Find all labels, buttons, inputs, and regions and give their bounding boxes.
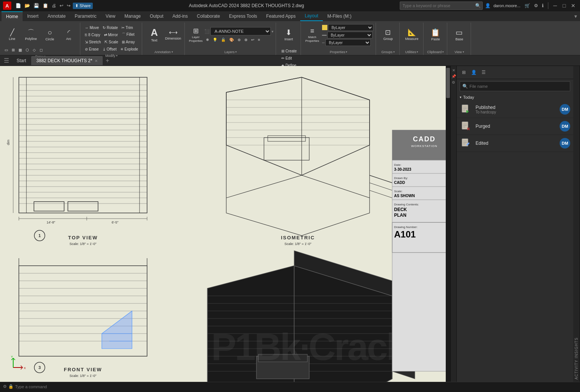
create-block-btn[interactable]: ⊞ Create <box>280 47 298 54</box>
tab-drawing[interactable]: 3882 DECK THOUGHTS 2* ✕ <box>31 56 103 65</box>
edit-block-btn[interactable]: ✏ Edit <box>280 55 298 61</box>
boundary-button[interactable]: ⬡ <box>24 46 31 53</box>
search-icon[interactable]: 🔍 <box>475 3 481 8</box>
dimension-button[interactable]: ⟷ Dimension <box>164 24 182 46</box>
canvas-area[interactable]: 14'-8" 6'-5" dim 1 TOP VIEW Scale: 1/8" … <box>0 66 450 382</box>
tab-parametric[interactable]: Parametric <box>70 11 101 21</box>
paste-button[interactable]: 📋 Paste <box>427 24 445 46</box>
rotate-button[interactable]: ↻ Rotate <box>101 24 119 31</box>
layer-prev-btn[interactable]: ↩ <box>250 36 256 43</box>
scale-button[interactable]: ⇱ Scale <box>103 38 120 45</box>
panel-section-today[interactable]: ▾ Today <box>457 93 573 101</box>
group-button[interactable]: ⊡ Group <box>379 24 397 46</box>
utilities-dropdown-icon[interactable]: ▾ <box>417 51 418 54</box>
undo-icon[interactable]: ↩ <box>58 2 64 9</box>
activity-item-purged[interactable]: Purged DM <box>457 118 573 135</box>
layer-lock-btn[interactable]: 🔓 <box>219 36 227 43</box>
tab-annotate[interactable]: Annotate <box>43 11 70 21</box>
command-input[interactable] <box>15 384 577 389</box>
layer-select[interactable]: A-ANNO-NOTE <box>210 27 271 35</box>
activity-item-published[interactable]: Published To hardcopy DM <box>457 101 573 118</box>
minimize-button[interactable]: ─ <box>551 2 559 9</box>
close-tab-icon[interactable]: ✕ <box>95 59 98 63</box>
search-input[interactable] <box>400 2 483 10</box>
tab-featured[interactable]: Featured Apps <box>262 11 300 21</box>
text-button[interactable]: A Text <box>145 24 163 46</box>
tab-addins[interactable]: Add-ins <box>168 11 192 21</box>
panel-close-btn[interactable]: ✕ <box>451 67 456 73</box>
fillet-button[interactable]: ⌒ Fillet <box>120 31 136 38</box>
layer-off-btn[interactable]: 💡 <box>211 36 219 43</box>
properties-dropdown-icon[interactable]: ▾ <box>346 51 347 54</box>
offset-button[interactable]: ⤓ Offset <box>101 46 118 52</box>
tab-view[interactable]: View <box>101 11 120 21</box>
layers-dropdown-icon[interactable]: ▾ <box>235 51 237 54</box>
wipeout-button[interactable]: ◻ <box>38 46 44 53</box>
user-icon[interactable]: 👤 <box>484 2 492 9</box>
close-button[interactable]: ✕ <box>569 2 577 9</box>
region-button[interactable]: ◇ <box>31 46 37 53</box>
layer-color-btn[interactable]: 🎨 <box>228 36 235 43</box>
modify-dropdown-icon[interactable]: ▾ <box>116 54 118 57</box>
add-tab-button[interactable]: + <box>103 57 112 65</box>
base-button[interactable]: ▭ Base <box>450 24 468 46</box>
info-icon[interactable]: ℹ <box>541 2 545 9</box>
rectangle-button[interactable]: ▭ <box>3 46 9 53</box>
polyline-button[interactable]: ⌒ Polyline <box>22 24 40 46</box>
layer-freeze-btn[interactable]: ❄ <box>204 36 210 43</box>
tab-mfiles[interactable]: M-Files (M:) <box>323 11 356 21</box>
layer-dropdown-icon[interactable]: ▾ <box>272 29 273 34</box>
explode-button[interactable]: ✳ Explode <box>119 46 140 52</box>
canvas-scrollbar-v[interactable] <box>446 66 450 382</box>
clipboard-dropdown-icon[interactable]: ▾ <box>442 51 444 54</box>
gradient-button[interactable]: ▦ <box>17 46 23 53</box>
tab-manage[interactable]: Manage <box>120 11 145 21</box>
store-icon[interactable]: 🛒 <box>523 2 531 9</box>
tab-home[interactable]: Home <box>2 11 23 21</box>
tab-layout[interactable]: Layout <box>300 11 323 21</box>
layer-unisolate-btn[interactable]: ⊛ <box>243 36 249 43</box>
match-properties-button[interactable]: ≡ MatchProperties <box>304 24 321 46</box>
tab-express[interactable]: Express Tools <box>224 11 261 21</box>
tab-output[interactable]: Output <box>145 11 168 21</box>
layer-isolate-btn[interactable]: ⊚ <box>236 36 242 43</box>
stretch-button[interactable]: ⇲ Stretch <box>83 38 102 45</box>
app-logo[interactable]: A <box>3 2 11 10</box>
panel-search-input[interactable] <box>470 84 568 89</box>
layer-match-btn[interactable]: ≡ <box>256 36 262 43</box>
panel-pin-btn[interactable]: 📌 <box>451 74 456 79</box>
user-name[interactable]: daron.moore... <box>493 3 520 8</box>
help-icon[interactable]: ⚙ <box>533 2 539 9</box>
panel-list-icon[interactable]: ☰ <box>479 68 488 77</box>
tab-collaborate[interactable]: Collaborate <box>192 11 224 21</box>
activity-item-edited[interactable]: Edited DM <box>457 135 573 152</box>
move-button[interactable]: ↔ Move <box>83 24 100 31</box>
color-select[interactable]: ByLayer <box>328 24 373 31</box>
insert-button[interactable]: ⬇ Insert <box>280 24 298 46</box>
panel-grid-icon[interactable]: ⊞ <box>460 68 468 77</box>
save-as-icon[interactable]: 📋 <box>41 2 49 9</box>
maximize-button[interactable]: □ <box>560 2 568 9</box>
line-button[interactable]: ╱ Line <box>3 24 21 46</box>
open-icon[interactable]: 📂 <box>23 2 31 9</box>
trim-button[interactable]: ✂ Trim <box>120 24 134 31</box>
measure-button[interactable]: 📐 Measure <box>403 24 421 46</box>
panel-settings-btn[interactable]: ⚙ <box>451 80 456 85</box>
copy-button[interactable]: ⎘ 8 Copy <box>83 31 102 38</box>
hatch-button[interactable]: ⊞ <box>10 46 16 53</box>
ribbon-context-menu[interactable]: ▾ <box>574 13 577 19</box>
annotation-dropdown-icon[interactable]: ▾ <box>172 51 173 54</box>
tab-start[interactable]: Start <box>12 56 31 65</box>
view-dropdown-icon[interactable]: ▾ <box>463 51 464 54</box>
mirror-button[interactable]: ⇄ Mirror <box>103 31 120 38</box>
share-btn[interactable]: ⬆ Share <box>73 3 93 9</box>
arc-button[interactable]: ◜ Arc <box>60 24 78 46</box>
circle-button[interactable]: ○ Circle <box>41 24 59 46</box>
lineweight-select[interactable]: ByLayer <box>325 39 371 46</box>
save-icon[interactable]: 💾 <box>32 2 40 9</box>
redo-icon[interactable]: ↪ <box>66 2 72 9</box>
array-button[interactable]: ⊞ Array <box>120 38 136 45</box>
erase-button[interactable]: ⊘ Erase <box>83 46 100 52</box>
print-icon[interactable]: 🖨 <box>51 2 57 9</box>
new-file-icon[interactable]: 📄 <box>14 2 22 9</box>
